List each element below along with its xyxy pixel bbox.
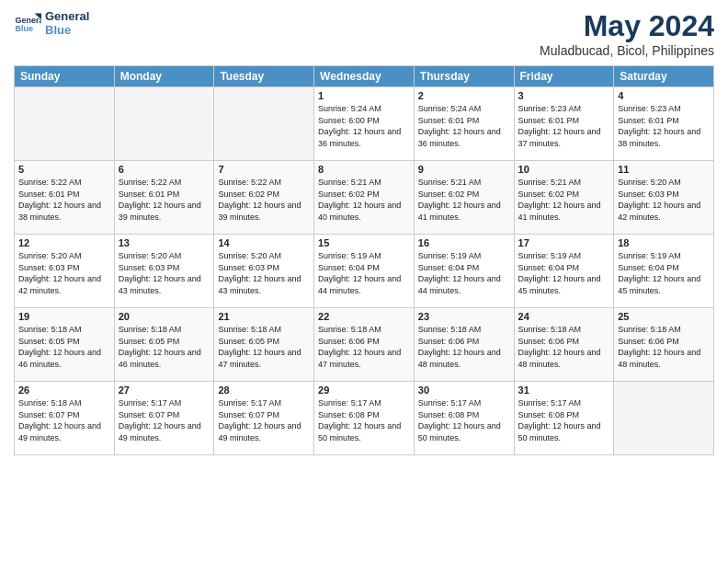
day-number: 7	[218, 164, 310, 175]
day-number: 8	[318, 164, 410, 175]
day-info: Sunrise: 5:21 AM Sunset: 6:02 PM Dayligh…	[318, 177, 410, 223]
calendar-cell: 17 Sunrise: 5:19 AM Sunset: 6:04 PM Dayl…	[514, 235, 614, 308]
col-thursday: Thursday	[414, 66, 514, 87]
calendar-cell	[614, 382, 714, 455]
day-number: 17	[518, 237, 610, 248]
calendar-cell: 28 Sunrise: 5:17 AM Sunset: 6:07 PM Dayl…	[214, 382, 314, 455]
calendar-cell: 12 Sunrise: 5:20 AM Sunset: 6:03 PM Dayl…	[15, 235, 115, 308]
day-number: 23	[418, 311, 510, 322]
day-number: 5	[18, 164, 110, 175]
day-info: Sunrise: 5:18 AM Sunset: 6:05 PM Dayligh…	[18, 324, 110, 370]
day-info: Sunrise: 5:23 AM Sunset: 6:01 PM Dayligh…	[618, 103, 710, 149]
month-title: May 2024	[540, 9, 714, 43]
day-number: 6	[119, 164, 210, 175]
day-number: 28	[218, 385, 310, 396]
day-info: Sunrise: 5:18 AM Sunset: 6:06 PM Dayligh…	[618, 324, 710, 370]
day-info: Sunrise: 5:19 AM Sunset: 6:04 PM Dayligh…	[418, 250, 510, 296]
calendar-cell: 26 Sunrise: 5:18 AM Sunset: 6:07 PM Dayl…	[15, 382, 115, 455]
day-info: Sunrise: 5:22 AM Sunset: 6:02 PM Dayligh…	[218, 177, 310, 223]
day-info: Sunrise: 5:18 AM Sunset: 6:05 PM Dayligh…	[218, 324, 310, 370]
day-number: 2	[418, 90, 510, 101]
day-info: Sunrise: 5:19 AM Sunset: 6:04 PM Dayligh…	[618, 250, 710, 296]
day-number: 30	[418, 385, 510, 396]
day-number: 27	[119, 385, 210, 396]
day-number: 10	[518, 164, 610, 175]
calendar-week-4: 26 Sunrise: 5:18 AM Sunset: 6:07 PM Dayl…	[15, 382, 714, 455]
day-info: Sunrise: 5:24 AM Sunset: 6:00 PM Dayligh…	[318, 103, 410, 149]
header: General Blue General Blue May 2024 Mulad…	[14, 9, 714, 58]
calendar-cell: 23 Sunrise: 5:18 AM Sunset: 6:06 PM Dayl…	[414, 308, 514, 382]
day-info: Sunrise: 5:18 AM Sunset: 6:06 PM Dayligh…	[518, 324, 610, 370]
calendar-cell: 27 Sunrise: 5:17 AM Sunset: 6:07 PM Dayl…	[114, 382, 214, 455]
calendar-cell: 22 Sunrise: 5:18 AM Sunset: 6:06 PM Dayl…	[314, 308, 415, 382]
day-number: 4	[618, 90, 710, 101]
calendar-week-2: 12 Sunrise: 5:20 AM Sunset: 6:03 PM Dayl…	[15, 235, 714, 308]
day-number: 18	[618, 237, 710, 248]
day-number: 16	[418, 237, 510, 248]
calendar-cell: 6 Sunrise: 5:22 AM Sunset: 6:01 PM Dayli…	[114, 161, 214, 235]
calendar-cell: 18 Sunrise: 5:19 AM Sunset: 6:04 PM Dayl…	[614, 235, 714, 308]
day-number: 3	[518, 90, 610, 101]
calendar-cell: 21 Sunrise: 5:18 AM Sunset: 6:05 PM Dayl…	[214, 308, 314, 382]
day-number: 25	[618, 311, 710, 322]
day-number: 1	[318, 90, 410, 101]
day-number: 21	[218, 311, 310, 322]
logo-general: General	[45, 9, 89, 23]
logo: General Blue General Blue	[14, 9, 89, 37]
day-info: Sunrise: 5:21 AM Sunset: 6:02 PM Dayligh…	[418, 177, 510, 223]
day-info: Sunrise: 5:19 AM Sunset: 6:04 PM Dayligh…	[318, 250, 410, 296]
calendar-cell: 10 Sunrise: 5:21 AM Sunset: 6:02 PM Dayl…	[514, 161, 614, 235]
calendar-cell: 24 Sunrise: 5:18 AM Sunset: 6:06 PM Dayl…	[514, 308, 614, 382]
day-info: Sunrise: 5:20 AM Sunset: 6:03 PM Dayligh…	[218, 250, 310, 296]
day-number: 31	[518, 385, 610, 396]
day-info: Sunrise: 5:17 AM Sunset: 6:07 PM Dayligh…	[119, 397, 210, 443]
calendar-cell: 20 Sunrise: 5:18 AM Sunset: 6:05 PM Dayl…	[114, 308, 214, 382]
calendar-cell: 3 Sunrise: 5:23 AM Sunset: 6:01 PM Dayli…	[514, 87, 614, 161]
day-number: 22	[318, 311, 410, 322]
day-info: Sunrise: 5:17 AM Sunset: 6:08 PM Dayligh…	[318, 397, 410, 443]
day-number: 9	[418, 164, 510, 175]
day-info: Sunrise: 5:19 AM Sunset: 6:04 PM Dayligh…	[518, 250, 610, 296]
day-info: Sunrise: 5:18 AM Sunset: 6:06 PM Dayligh…	[318, 324, 410, 370]
calendar-cell: 11 Sunrise: 5:20 AM Sunset: 6:03 PM Dayl…	[614, 161, 714, 235]
day-info: Sunrise: 5:18 AM Sunset: 6:05 PM Dayligh…	[119, 324, 210, 370]
location: Muladbucad, Bicol, Philippines	[540, 43, 714, 58]
calendar-cell: 5 Sunrise: 5:22 AM Sunset: 6:01 PM Dayli…	[15, 161, 115, 235]
calendar-cell: 25 Sunrise: 5:18 AM Sunset: 6:06 PM Dayl…	[614, 308, 714, 382]
calendar: Sunday Monday Tuesday Wednesday Thursday…	[14, 65, 714, 455]
logo-icon: General Blue	[14, 9, 41, 37]
day-info: Sunrise: 5:18 AM Sunset: 6:06 PM Dayligh…	[418, 324, 510, 370]
day-number: 20	[119, 311, 210, 322]
day-info: Sunrise: 5:22 AM Sunset: 6:01 PM Dayligh…	[119, 177, 210, 223]
day-number: 11	[618, 164, 710, 175]
day-info: Sunrise: 5:21 AM Sunset: 6:02 PM Dayligh…	[518, 177, 610, 223]
calendar-cell	[214, 87, 314, 161]
day-info: Sunrise: 5:20 AM Sunset: 6:03 PM Dayligh…	[18, 250, 110, 296]
calendar-week-0: 1 Sunrise: 5:24 AM Sunset: 6:00 PM Dayli…	[15, 87, 714, 161]
col-friday: Friday	[514, 66, 614, 87]
day-info: Sunrise: 5:20 AM Sunset: 6:03 PM Dayligh…	[618, 177, 710, 223]
svg-text:Blue: Blue	[16, 24, 34, 33]
calendar-cell: 19 Sunrise: 5:18 AM Sunset: 6:05 PM Dayl…	[15, 308, 115, 382]
calendar-cell: 7 Sunrise: 5:22 AM Sunset: 6:02 PM Dayli…	[214, 161, 314, 235]
calendar-header-row: Sunday Monday Tuesday Wednesday Thursday…	[15, 66, 714, 87]
calendar-cell: 4 Sunrise: 5:23 AM Sunset: 6:01 PM Dayli…	[614, 87, 714, 161]
calendar-cell: 16 Sunrise: 5:19 AM Sunset: 6:04 PM Dayl…	[414, 235, 514, 308]
day-info: Sunrise: 5:23 AM Sunset: 6:01 PM Dayligh…	[518, 103, 610, 149]
calendar-cell: 31 Sunrise: 5:17 AM Sunset: 6:08 PM Dayl…	[514, 382, 614, 455]
day-number: 15	[318, 237, 410, 248]
day-number: 19	[18, 311, 110, 322]
day-info: Sunrise: 5:24 AM Sunset: 6:01 PM Dayligh…	[418, 103, 510, 149]
day-number: 13	[119, 237, 210, 248]
day-number: 14	[218, 237, 310, 248]
day-number: 12	[18, 237, 110, 248]
col-monday: Monday	[114, 66, 214, 87]
day-info: Sunrise: 5:20 AM Sunset: 6:03 PM Dayligh…	[119, 250, 210, 296]
calendar-cell: 1 Sunrise: 5:24 AM Sunset: 6:00 PM Dayli…	[314, 87, 415, 161]
calendar-cell	[15, 87, 115, 161]
calendar-cell: 29 Sunrise: 5:17 AM Sunset: 6:08 PM Dayl…	[314, 382, 415, 455]
title-block: May 2024 Muladbucad, Bicol, Philippines	[540, 9, 714, 58]
col-saturday: Saturday	[614, 66, 714, 87]
day-info: Sunrise: 5:17 AM Sunset: 6:08 PM Dayligh…	[518, 397, 610, 443]
calendar-cell	[114, 87, 214, 161]
